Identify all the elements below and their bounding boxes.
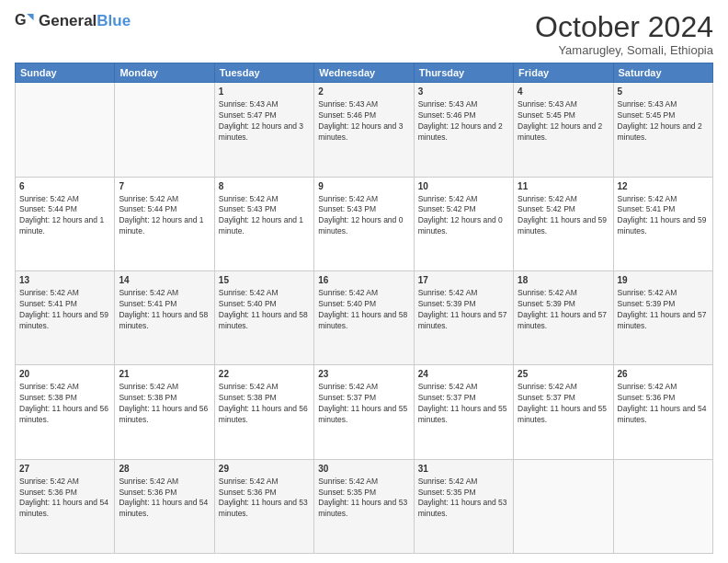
day-number: 13	[19, 274, 110, 287]
day-info: Sunset: 5:40 PM	[219, 299, 310, 310]
calendar-cell: 26Sunrise: 5:42 AMSunset: 5:36 PMDayligh…	[613, 365, 712, 459]
day-info: Daylight: 11 hours and 55 minutes.	[318, 404, 409, 426]
calendar-cell: 20Sunrise: 5:42 AMSunset: 5:38 PMDayligh…	[16, 365, 115, 459]
day-info: Sunrise: 5:42 AM	[618, 382, 709, 393]
day-info: Sunset: 5:37 PM	[318, 393, 409, 404]
day-number: 31	[418, 463, 509, 476]
day-info: Sunrise: 5:42 AM	[618, 194, 709, 205]
calendar-cell: 27Sunrise: 5:42 AMSunset: 5:36 PMDayligh…	[16, 459, 115, 553]
day-info: Sunrise: 5:43 AM	[318, 99, 409, 110]
day-info: Daylight: 11 hours and 56 minutes.	[219, 404, 310, 426]
calendar-cell: 4Sunrise: 5:43 AMSunset: 5:45 PMDaylight…	[514, 83, 613, 177]
calendar-cell: 1Sunrise: 5:43 AMSunset: 5:47 PMDaylight…	[214, 83, 313, 177]
day-info: Daylight: 11 hours and 59 minutes.	[618, 215, 709, 237]
day-info: Daylight: 11 hours and 54 minutes.	[119, 498, 210, 520]
day-info: Sunrise: 5:42 AM	[318, 477, 409, 488]
day-number: 19	[618, 274, 709, 287]
day-number: 11	[518, 180, 609, 193]
day-number: 29	[219, 463, 310, 476]
calendar-cell: 6Sunrise: 5:42 AMSunset: 5:44 PMDaylight…	[16, 177, 115, 270]
calendar-cell	[514, 459, 613, 553]
day-info: Sunrise: 5:42 AM	[618, 288, 709, 299]
calendar-cell: 22Sunrise: 5:42 AMSunset: 5:38 PMDayligh…	[214, 365, 313, 459]
day-info: Daylight: 11 hours and 56 minutes.	[19, 404, 110, 426]
day-info: Sunrise: 5:42 AM	[318, 382, 409, 393]
calendar-cell: 10Sunrise: 5:42 AMSunset: 5:42 PMDayligh…	[414, 177, 513, 270]
calendar-cell: 30Sunrise: 5:42 AMSunset: 5:35 PMDayligh…	[314, 459, 414, 553]
day-number: 30	[318, 463, 409, 476]
svg-marker-1	[27, 14, 33, 20]
day-info: Sunset: 5:36 PM	[618, 393, 709, 404]
location-subtitle: Yamarugley, Somali, Ethiopia	[535, 43, 713, 57]
day-info: Sunset: 5:38 PM	[219, 393, 310, 404]
day-number: 18	[518, 274, 609, 287]
day-info: Sunrise: 5:42 AM	[418, 477, 509, 488]
day-info: Sunrise: 5:43 AM	[618, 99, 709, 110]
day-info: Daylight: 11 hours and 58 minutes.	[219, 310, 310, 332]
calendar-cell: 24Sunrise: 5:42 AMSunset: 5:37 PMDayligh…	[414, 365, 513, 459]
col-tuesday: Tuesday	[214, 63, 313, 83]
calendar-cell: 14Sunrise: 5:42 AMSunset: 5:41 PMDayligh…	[115, 270, 214, 364]
day-info: Sunset: 5:41 PM	[19, 299, 110, 310]
calendar-cell: 18Sunrise: 5:42 AMSunset: 5:39 PMDayligh…	[514, 270, 613, 364]
day-number: 23	[318, 368, 409, 381]
day-info: Daylight: 12 hours and 1 minute.	[19, 215, 110, 237]
day-info: Sunrise: 5:42 AM	[219, 382, 310, 393]
col-monday: Monday	[115, 63, 214, 83]
day-info: Daylight: 11 hours and 54 minutes.	[618, 404, 709, 426]
day-info: Daylight: 11 hours and 55 minutes.	[518, 404, 609, 426]
day-info: Sunset: 5:44 PM	[19, 204, 110, 215]
calendar-cell: 31Sunrise: 5:42 AMSunset: 5:35 PMDayligh…	[414, 459, 513, 553]
day-info: Sunset: 5:46 PM	[318, 110, 409, 121]
day-info: Sunrise: 5:42 AM	[518, 288, 609, 299]
day-info: Sunset: 5:39 PM	[618, 299, 709, 310]
calendar-cell: 21Sunrise: 5:42 AMSunset: 5:38 PMDayligh…	[115, 365, 214, 459]
week-row-0: 1Sunrise: 5:43 AMSunset: 5:47 PMDaylight…	[16, 83, 713, 177]
day-info: Sunrise: 5:42 AM	[119, 288, 210, 299]
calendar-cell: 25Sunrise: 5:42 AMSunset: 5:37 PMDayligh…	[514, 365, 613, 459]
calendar-cell: 17Sunrise: 5:42 AMSunset: 5:39 PMDayligh…	[414, 270, 513, 364]
col-thursday: Thursday	[414, 63, 513, 83]
day-info: Sunrise: 5:42 AM	[219, 288, 310, 299]
day-info: Sunset: 5:45 PM	[618, 110, 709, 121]
day-info: Sunset: 5:43 PM	[318, 204, 409, 215]
day-info: Sunset: 5:38 PM	[19, 393, 110, 404]
day-info: Sunset: 5:46 PM	[418, 110, 509, 121]
day-info: Sunrise: 5:42 AM	[119, 382, 210, 393]
calendar-cell: 19Sunrise: 5:42 AMSunset: 5:39 PMDayligh…	[613, 270, 712, 364]
col-saturday: Saturday	[613, 63, 712, 83]
day-info: Sunset: 5:44 PM	[119, 204, 210, 215]
calendar-table: Sunday Monday Tuesday Wednesday Thursday…	[15, 63, 713, 554]
day-number: 1	[219, 86, 310, 98]
calendar-cell: 15Sunrise: 5:42 AMSunset: 5:40 PMDayligh…	[214, 270, 313, 364]
day-number: 22	[219, 368, 310, 381]
day-number: 7	[119, 180, 210, 193]
day-info: Sunrise: 5:43 AM	[518, 99, 609, 110]
calendar-cell: 7Sunrise: 5:42 AMSunset: 5:44 PMDaylight…	[115, 177, 214, 270]
day-number: 2	[318, 86, 409, 98]
day-info: Daylight: 12 hours and 2 minutes.	[418, 121, 509, 144]
day-number: 3	[418, 86, 509, 98]
day-number: 15	[219, 274, 310, 287]
day-number: 25	[518, 368, 609, 381]
day-number: 9	[318, 180, 409, 193]
day-info: Sunset: 5:36 PM	[19, 488, 110, 499]
col-friday: Friday	[514, 63, 613, 83]
day-number: 17	[418, 274, 509, 287]
day-info: Sunrise: 5:43 AM	[418, 99, 509, 110]
day-info: Sunrise: 5:42 AM	[418, 382, 509, 393]
week-row-1: 6Sunrise: 5:42 AMSunset: 5:44 PMDaylight…	[16, 177, 713, 270]
calendar-cell: 9Sunrise: 5:42 AMSunset: 5:43 PMDaylight…	[314, 177, 414, 270]
calendar-cell: 29Sunrise: 5:42 AMSunset: 5:36 PMDayligh…	[214, 459, 313, 553]
day-info: Daylight: 11 hours and 54 minutes.	[19, 498, 110, 520]
day-info: Sunset: 5:37 PM	[518, 393, 609, 404]
day-info: Sunrise: 5:42 AM	[19, 288, 110, 299]
day-number: 12	[618, 180, 709, 193]
header-row: Sunday Monday Tuesday Wednesday Thursday…	[16, 63, 713, 83]
col-wednesday: Wednesday	[314, 63, 414, 83]
calendar-cell: 28Sunrise: 5:42 AMSunset: 5:36 PMDayligh…	[115, 459, 214, 553]
day-info: Sunset: 5:41 PM	[618, 204, 709, 215]
day-info: Sunrise: 5:42 AM	[418, 194, 509, 205]
day-number: 21	[119, 368, 210, 381]
day-info: Daylight: 12 hours and 2 minutes.	[618, 121, 709, 144]
